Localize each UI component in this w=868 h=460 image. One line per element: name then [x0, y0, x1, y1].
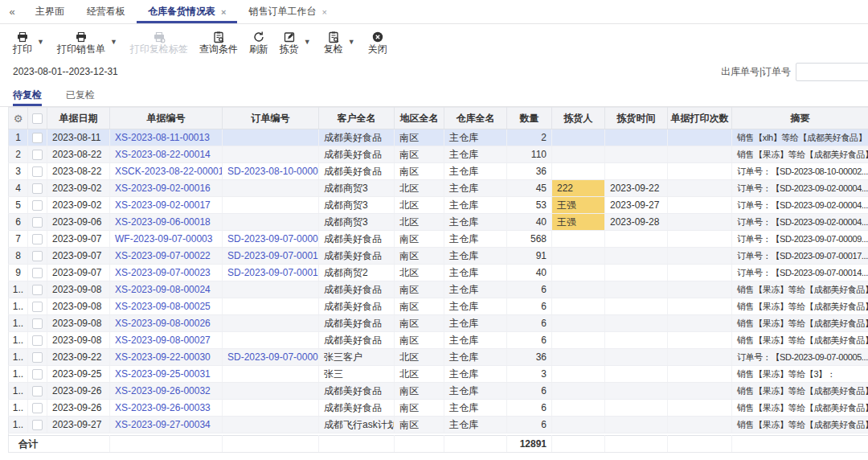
tab-1[interactable]: 主界面 [24, 0, 76, 23]
cell-order-number [223, 315, 319, 332]
doc-number-link[interactable]: XS-2023-09-26-00032 [115, 385, 211, 396]
cell-doc-number: XS-2023-09-02-00017 [110, 197, 223, 214]
subtab-1[interactable]: 待复检 [13, 84, 42, 106]
doc-number-link[interactable]: XSCK-2023-08-22-00001 [115, 166, 223, 177]
doc-number-link[interactable]: XS-2023-09-27-00034 [115, 419, 211, 430]
table-row[interactable]: 1..2023-09-26XS-2023-09-26-00033成都美好食品南区… [9, 400, 868, 417]
toolbar-button-关闭[interactable]: 关闭 [368, 31, 387, 54]
table-row[interactable]: 1..2023-09-25XS-2023-09-25-00031张三北区主仓库3… [9, 366, 868, 383]
row-checkbox[interactable] [32, 420, 43, 430]
row-checkbox[interactable] [32, 318, 43, 329]
column-header-7[interactable]: 数量 [507, 108, 552, 129]
table-row[interactable]: 32023-08-22XSCK-2023-08-22-00001SD-2023-… [9, 163, 868, 180]
column-header-4[interactable]: 客户全名 [319, 108, 395, 129]
table-row[interactable]: 62023-09-06XS-2023-09-06-00018成都商贸3北区主仓库… [9, 214, 868, 231]
row-checkbox[interactable] [32, 268, 43, 278]
row-checkbox[interactable] [32, 386, 43, 396]
row-checkbox[interactable] [32, 302, 43, 312]
toolbar-button-打印[interactable]: 打印▼ [13, 31, 46, 54]
total-quantity: 12891 [507, 436, 552, 453]
column-header-6[interactable]: 仓库全名 [444, 108, 507, 129]
table-row[interactable]: 12023-08-11XS-2023-08-11-00013成都美好食品南区主仓… [9, 129, 868, 146]
doc-number-link[interactable]: XS-2023-08-22-00014 [115, 149, 211, 160]
table-row[interactable]: 1..2023-09-08XS-2023-09-08-00025成都美好食品南区… [9, 298, 868, 315]
cell-print-count [668, 366, 732, 383]
toolbar-button-查询条件[interactable]: 查询条件 [199, 31, 238, 54]
order-number-link[interactable]: SD-2023-09-07-00017 [227, 250, 319, 261]
table-row[interactable]: 82023-09-07XS-2023-09-07-00022SD-2023-09… [9, 248, 868, 265]
row-checkbox[interactable] [32, 335, 43, 346]
subtab-2[interactable]: 已复检 [66, 84, 95, 106]
cell-doc-date: 2023-09-25 [47, 366, 110, 383]
doc-number-link[interactable]: WF-2023-09-07-00003 [115, 233, 212, 244]
row-checkbox[interactable] [32, 183, 43, 194]
row-checkbox[interactable] [32, 352, 43, 363]
order-number-link[interactable]: SD-2023-09-07-00014 [227, 267, 319, 278]
table-row[interactable]: 1..2023-09-22XS-2023-09-22-00030SD-2023-… [9, 349, 868, 366]
doc-number-link[interactable]: XS-2023-09-08-00024 [115, 284, 211, 295]
column-header-8[interactable]: 拣货人 [552, 108, 605, 129]
column-header-11[interactable]: 摘要 [732, 108, 868, 129]
row-checkbox[interactable] [32, 403, 43, 413]
column-header-10[interactable]: 单据打印次数 [668, 108, 732, 129]
tab-close-icon[interactable]: × [321, 7, 326, 17]
tab-2[interactable]: 经营看板 [76, 0, 137, 23]
column-header-9[interactable]: 拣货时间 [605, 108, 668, 129]
chevron-down-icon[interactable]: ▼ [110, 38, 117, 46]
doc-number-link[interactable]: XS-2023-09-02-00016 [115, 183, 211, 194]
collapse-sidebar-icon[interactable]: « [0, 0, 24, 23]
search-input[interactable] [796, 63, 868, 81]
toolbar-button-打印销售单[interactable]: 打印销售单▼ [57, 31, 119, 54]
table-row[interactable]: 42023-09-02XS-2023-09-02-00016成都商贸3北区主仓库… [9, 180, 868, 197]
row-checkbox[interactable] [32, 234, 43, 244]
doc-number-link[interactable]: XS-2023-09-07-00022 [115, 250, 211, 261]
tab-3[interactable]: 仓库备货情况表× [137, 0, 237, 23]
column-header-3[interactable]: 订单编号 [223, 108, 319, 129]
order-number-link[interactable]: SD-2023-09-07-00005 [227, 351, 319, 363]
table-row[interactable]: 1..2023-09-26XS-2023-09-26-00032成都美好食品南区… [9, 383, 868, 400]
column-header-5[interactable]: 地区全名 [395, 108, 444, 129]
doc-number-link[interactable]: XS-2023-09-02-00017 [115, 199, 211, 211]
chevron-down-icon[interactable]: ▼ [37, 38, 44, 46]
order-number-link[interactable]: SD-2023-09-07-00009 [227, 233, 319, 244]
doc-number-link[interactable]: XS-2023-09-07-00023 [115, 267, 211, 278]
table-row[interactable]: 1..2023-09-08XS-2023-09-08-00024成都美好食品南区… [9, 281, 868, 298]
row-checkbox[interactable] [32, 150, 43, 160]
table-row[interactable]: 72023-09-07WF-2023-09-07-00003SD-2023-09… [9, 231, 868, 248]
doc-number-link[interactable]: XS-2023-09-26-00033 [115, 402, 211, 413]
table-row[interactable]: 92023-09-07XS-2023-09-07-00023SD-2023-09… [9, 265, 868, 281]
cell-summary: 销售【果冻】等给【成都美好食品】： [732, 332, 868, 349]
tab-close-icon[interactable]: × [221, 7, 226, 17]
table-row[interactable]: 22023-08-22XS-2023-08-22-00014成都美好食品南区主仓… [9, 146, 868, 163]
row-checkbox[interactable] [32, 285, 43, 295]
toolbar-button-复检[interactable]: 复检▼ [324, 31, 357, 54]
chevron-down-icon[interactable]: ▼ [304, 38, 311, 46]
row-checkbox[interactable] [32, 251, 43, 261]
doc-number-link[interactable]: XS-2023-09-06-00018 [115, 216, 211, 228]
row-checkbox[interactable] [32, 200, 43, 211]
tab-4[interactable]: 销售订单工作台× [237, 0, 338, 23]
row-checkbox[interactable] [32, 133, 43, 143]
table-row[interactable]: 52023-09-02XS-2023-09-02-00017成都商贸3北区主仓库… [9, 197, 868, 214]
order-number-link[interactable]: SD-2023-08-10-00002 [227, 166, 319, 177]
row-checkbox[interactable] [32, 369, 43, 380]
doc-number-link[interactable]: XS-2023-09-22-00030 [115, 351, 211, 363]
column-header-2[interactable]: 单据编号 [110, 108, 223, 129]
table-row[interactable]: 1..2023-09-08XS-2023-09-08-00026成都美好食品南区… [9, 315, 868, 332]
chevron-down-icon[interactable]: ▼ [348, 38, 355, 46]
toolbar-button-拣货[interactable]: 拣货▼ [280, 31, 313, 54]
toolbar-button-刷新[interactable]: 刷新 [249, 31, 268, 54]
table-row[interactable]: 1..2023-09-08XS-2023-09-08-00027成都美好食品南区… [9, 332, 868, 349]
doc-number-link[interactable]: XS-2023-08-11-00013 [115, 132, 210, 143]
table-row[interactable]: 1..2023-09-27XS-2023-09-27-00034成都飞行ask计… [9, 417, 868, 433]
date-range-filter[interactable]: 2023-08-01--2023-12-31 [13, 66, 118, 77]
row-checkbox[interactable] [32, 217, 43, 228]
doc-number-link[interactable]: XS-2023-09-25-00031 [115, 368, 211, 380]
doc-number-link[interactable]: XS-2023-09-08-00026 [115, 318, 211, 329]
doc-number-link[interactable]: XS-2023-09-08-00025 [115, 301, 211, 312]
select-all-checkbox[interactable] [32, 113, 43, 124]
doc-number-link[interactable]: XS-2023-09-08-00027 [115, 335, 211, 346]
column-settings-gear-icon[interactable]: ⚙ [9, 108, 28, 129]
column-header-1[interactable]: 单据日期 [47, 108, 110, 129]
row-checkbox[interactable] [32, 166, 43, 177]
